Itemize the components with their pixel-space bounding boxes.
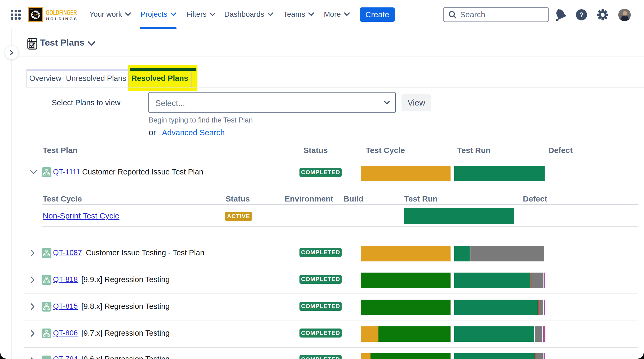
svg-text:GOLDFINGER: GOLDFINGER [46, 8, 77, 16]
svg-text:Gf: Gf [34, 13, 38, 17]
svg-text:79F: 79F [30, 9, 33, 11]
svg-text:?: ? [579, 11, 583, 19]
svg-text:HOLDINGS: HOLDINGS [46, 16, 77, 21]
